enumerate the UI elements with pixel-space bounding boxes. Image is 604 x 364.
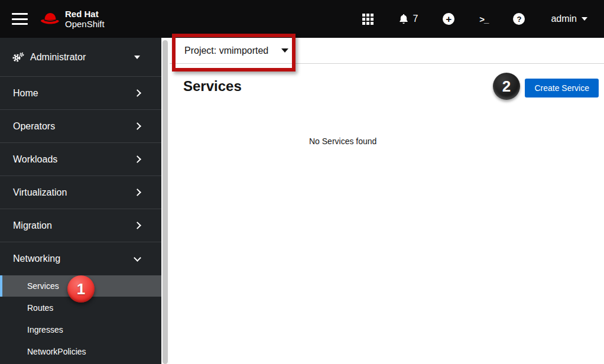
sidebar-nav-item[interactable]: Operators: [0, 110, 161, 143]
help-button[interactable]: ?: [513, 13, 525, 25]
notifications-button[interactable]: 7: [398, 14, 418, 24]
caret-down-icon: [134, 56, 140, 59]
bell-icon: [398, 14, 409, 24]
username: admin: [551, 14, 577, 24]
sidebar-nav-item[interactable]: Networking: [0, 242, 161, 275]
main-content: Project: vmimported Services 2 Create Se…: [170, 38, 604, 364]
plus-circle-icon: +: [443, 13, 454, 25]
sidebar-nav-item[interactable]: Virtualization: [0, 176, 161, 209]
annotation-step-1-badge: 1: [67, 275, 95, 303]
app-launcher-icon: [362, 14, 374, 25]
cogs-icon: [12, 52, 24, 63]
scrollbar-thumb[interactable]: [163, 40, 168, 364]
brand-text: Red Hat OpenShift: [65, 9, 105, 29]
masthead-toolbar: 7 + >_ ? admin: [337, 13, 604, 25]
page-title: Services: [183, 78, 242, 95]
annotation-step-2-badge: 2: [493, 73, 520, 100]
sidebar-scrollbar: [161, 38, 170, 364]
sidebar-subitem[interactable]: NetworkPolicies: [0, 340, 161, 362]
empty-state-message: No Services found: [309, 136, 376, 146]
chevron-icon: [134, 122, 141, 130]
openshift-console: Red Hat OpenShift 7 + >_: [0, 0, 604, 364]
sidebar-sections: Home Operators Workloads Virtualization: [0, 77, 161, 275]
chevron-icon: [134, 222, 141, 229]
sidebar-nav-item[interactable]: Workloads: [0, 143, 161, 176]
perspective-label: Administrator: [30, 52, 134, 63]
brand-line1: Red Hat: [65, 9, 105, 19]
app-launcher-button[interactable]: [362, 14, 374, 25]
sidebar-nav-item[interactable]: Migration: [0, 209, 161, 242]
sidebar-nav-item[interactable]: Home: [0, 77, 161, 110]
caret-down-icon: [582, 17, 587, 21]
brand-logo[interactable]: Red Hat OpenShift: [40, 9, 105, 29]
create-service-button[interactable]: Create Service: [525, 79, 599, 98]
user-menu[interactable]: admin: [551, 14, 587, 24]
brand-line2: OpenShift: [65, 19, 105, 29]
chevron-icon: [134, 155, 141, 163]
question-circle-icon: ?: [513, 13, 525, 25]
sidebar-subitem[interactable]: Ingresses: [0, 318, 161, 340]
chevron-icon: [134, 89, 141, 97]
notification-count: 7: [413, 14, 418, 24]
quick-create-button[interactable]: +: [443, 13, 454, 25]
redhat-fedora-icon: [40, 11, 60, 27]
chevron-icon: [134, 188, 141, 196]
menu-toggle-icon[interactable]: [12, 13, 28, 25]
annotation-highlight-box: [172, 34, 295, 72]
perspective-switcher[interactable]: Administrator: [0, 38, 161, 77]
sidebar-nav: Administrator Home Operators Workloads: [0, 38, 161, 364]
masthead: Red Hat OpenShift 7 + >_: [0, 0, 604, 38]
chevron-icon: [134, 254, 141, 262]
web-terminal-button[interactable]: >_: [479, 14, 488, 24]
terminal-icon: >_: [479, 14, 488, 24]
